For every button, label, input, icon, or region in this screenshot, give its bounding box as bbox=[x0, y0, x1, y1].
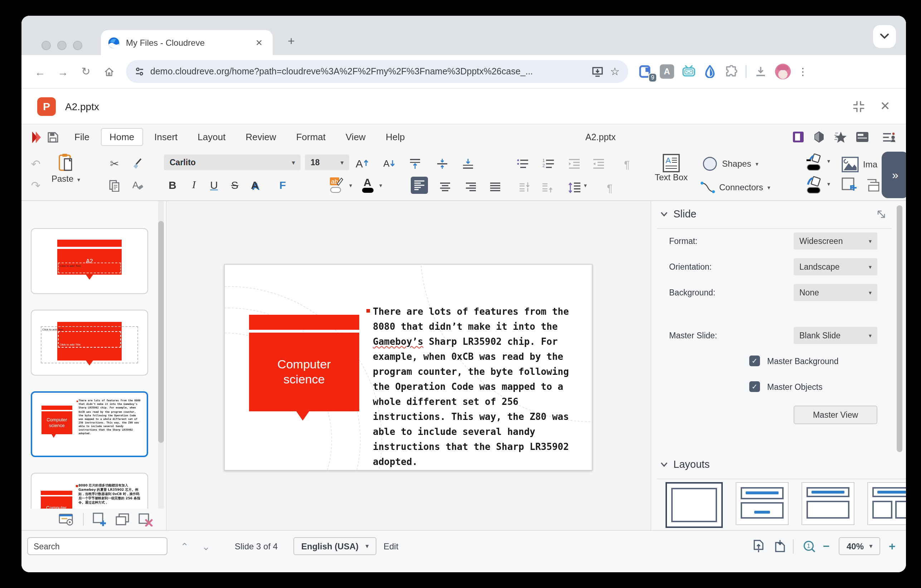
shape-fill-color-button[interactable] bbox=[805, 177, 822, 194]
sidebar-toggle-icon[interactable] bbox=[792, 131, 804, 143]
superscript-button[interactable]: A bbox=[247, 179, 263, 191]
user-settings-icon[interactable] bbox=[882, 131, 896, 143]
insert-paragraph-mark-button[interactable]: ¶ bbox=[620, 155, 634, 172]
menu-file[interactable]: File bbox=[66, 128, 98, 146]
slide-title-shape[interactable]: Computer science bbox=[249, 333, 359, 411]
strikethrough-button[interactable]: S bbox=[227, 179, 242, 191]
slide-thumbnail-4[interactable]: Computer 8080 芯片的很多功能都没有加入 Gameboy 的夏普 L… bbox=[31, 473, 148, 508]
font-color-dropdown-icon[interactable]: ▾ bbox=[379, 182, 382, 189]
a-extension-icon[interactable]: A bbox=[660, 64, 674, 79]
tv-extension-icon[interactable] bbox=[681, 64, 696, 79]
exit-fullscreen-icon[interactable] bbox=[853, 101, 864, 112]
paste-button[interactable]: Paste ▾ bbox=[47, 153, 85, 184]
highlight-dropdown-icon[interactable]: ▾ bbox=[349, 182, 352, 189]
layout-title-content[interactable] bbox=[802, 482, 854, 525]
downloads-button[interactable] bbox=[753, 64, 768, 79]
connectors-button[interactable]: Connectors bbox=[719, 182, 763, 192]
increase-indent-button[interactable] bbox=[591, 155, 605, 172]
url-text[interactable]: demo.cloudreve.org/home?path=cloudreve%3… bbox=[150, 67, 584, 76]
panel-scrollbar-thumb[interactable] bbox=[897, 205, 902, 452]
shapes-dropdown-icon[interactable]: ▾ bbox=[755, 161, 758, 167]
valign-middle-button[interactable] bbox=[435, 155, 449, 172]
move-slide-down-button[interactable] bbox=[518, 179, 532, 196]
outline-color-dropdown-icon[interactable]: ▾ bbox=[827, 158, 830, 164]
profile-avatar[interactable] bbox=[775, 64, 791, 80]
start-slideshow-icon[interactable] bbox=[59, 513, 75, 526]
thumbnail-scrollbar-thumb[interactable] bbox=[158, 221, 164, 443]
increase-font-button[interactable]: A bbox=[355, 154, 369, 172]
valign-bottom-button[interactable] bbox=[461, 155, 475, 172]
layout-blank[interactable] bbox=[666, 482, 723, 528]
layouts-section-header[interactable]: Layouts bbox=[661, 458, 710, 470]
minimize-window-button[interactable] bbox=[57, 41, 67, 50]
layers-button[interactable] bbox=[866, 177, 882, 194]
align-justify-button[interactable] bbox=[488, 179, 502, 196]
maximize-window-button[interactable] bbox=[73, 41, 82, 50]
undo-button[interactable]: ↶ bbox=[29, 155, 43, 172]
layout-two-content[interactable] bbox=[867, 482, 906, 525]
orientation-select[interactable]: Landscape ▾ bbox=[794, 258, 877, 275]
master-objects-checkbox[interactable]: ✓ bbox=[749, 381, 760, 392]
bullets-button[interactable] bbox=[515, 155, 530, 172]
underline-button[interactable]: U bbox=[206, 179, 222, 191]
copy-style-button[interactable] bbox=[130, 155, 145, 172]
fill-color-dropdown-icon[interactable]: ▾ bbox=[827, 181, 830, 187]
image-button[interactable]: Ima bbox=[863, 159, 877, 169]
shapes-button[interactable]: Shapes bbox=[722, 159, 751, 169]
line-spacing-dropdown-icon[interactable]: ▾ bbox=[584, 182, 587, 189]
slide-thumbnail-2[interactable]: Click to add Text Click to add Title bbox=[31, 310, 148, 375]
zoom-100-button[interactable]: 1 bbox=[803, 537, 816, 555]
drop-extension-icon[interactable] bbox=[703, 64, 717, 79]
slide-thumbnail-3[interactable]: Computerscience There are lots of featur… bbox=[31, 391, 148, 457]
card-panel-icon[interactable] bbox=[856, 132, 869, 142]
master-view-button[interactable]: Master View bbox=[794, 406, 877, 424]
reload-button[interactable]: ↻ bbox=[76, 62, 95, 81]
redo-button[interactable]: ↷ bbox=[29, 177, 43, 194]
column-break-button[interactable]: ¶ bbox=[602, 179, 617, 196]
valign-top-button[interactable] bbox=[408, 155, 422, 172]
delete-slide-icon[interactable] bbox=[138, 513, 153, 526]
tab-close-icon[interactable]: ✕ bbox=[252, 36, 265, 49]
highlight-color-button[interactable]: ab bbox=[329, 177, 343, 194]
align-center-button[interactable] bbox=[438, 179, 452, 196]
add-slide-icon[interactable] bbox=[92, 512, 107, 526]
shape-outline-color-button[interactable] bbox=[805, 154, 822, 171]
numbering-button[interactable]: 12 bbox=[541, 155, 555, 172]
cut-button[interactable]: ✂ bbox=[107, 155, 122, 172]
zoom-select[interactable]: 40% ▾ bbox=[839, 537, 880, 555]
line-spacing-button[interactable] bbox=[567, 179, 581, 196]
home-button[interactable] bbox=[99, 62, 118, 81]
clear-formatting-button[interactable]: A bbox=[130, 177, 145, 194]
menu-format[interactable]: Format bbox=[288, 128, 334, 146]
zoom-in-button[interactable]: + bbox=[889, 537, 896, 555]
forward-button[interactable]: → bbox=[54, 62, 72, 81]
paste-dropdown-icon[interactable]: ▾ bbox=[77, 177, 80, 183]
master-background-checkbox[interactable]: ✓ bbox=[749, 356, 760, 366]
menu-view[interactable]: View bbox=[337, 128, 374, 146]
font-size-select[interactable]: 18 ▾ bbox=[305, 154, 349, 170]
slide-body-text[interactable]: There are lots of features from the 8080… bbox=[373, 304, 581, 469]
decrease-font-button[interactable]: A bbox=[382, 154, 397, 172]
expand-panel-icon[interactable] bbox=[877, 210, 886, 219]
address-bar[interactable]: demo.cloudreve.org/home?path=cloudreve%3… bbox=[126, 60, 628, 83]
sidepanel-extension-icon[interactable]: 9 bbox=[638, 64, 653, 79]
slide-accent-bar[interactable] bbox=[249, 315, 359, 330]
extensions-puzzle-icon[interactable] bbox=[724, 64, 739, 79]
move-slide-up-button[interactable] bbox=[541, 179, 555, 196]
fit-width-button[interactable] bbox=[774, 537, 786, 555]
slide-thumbnail-1[interactable]: A2 Click to add Text bbox=[31, 228, 148, 294]
bold-button[interactable]: B bbox=[164, 179, 180, 191]
toolbar-expand-button[interactable]: » bbox=[882, 152, 906, 198]
layout-title-subtitle[interactable] bbox=[735, 482, 789, 525]
close-window-button[interactable] bbox=[42, 41, 51, 50]
menu-layout[interactable]: Layout bbox=[189, 128, 234, 146]
search-previous-icon[interactable]: ⌃ bbox=[180, 537, 189, 555]
close-viewer-icon[interactable]: ✕ bbox=[880, 99, 890, 114]
slide-3[interactable]: Computer science There are lots of featu… bbox=[224, 264, 592, 471]
slide-section-header[interactable]: Slide bbox=[661, 208, 696, 219]
menu-home[interactable]: Home bbox=[101, 128, 143, 146]
insert-placeholder-button[interactable] bbox=[841, 177, 857, 194]
menu-insert[interactable]: Insert bbox=[146, 128, 186, 146]
fit-slide-button[interactable] bbox=[753, 537, 764, 555]
theme-extension-icon[interactable] bbox=[814, 131, 824, 143]
